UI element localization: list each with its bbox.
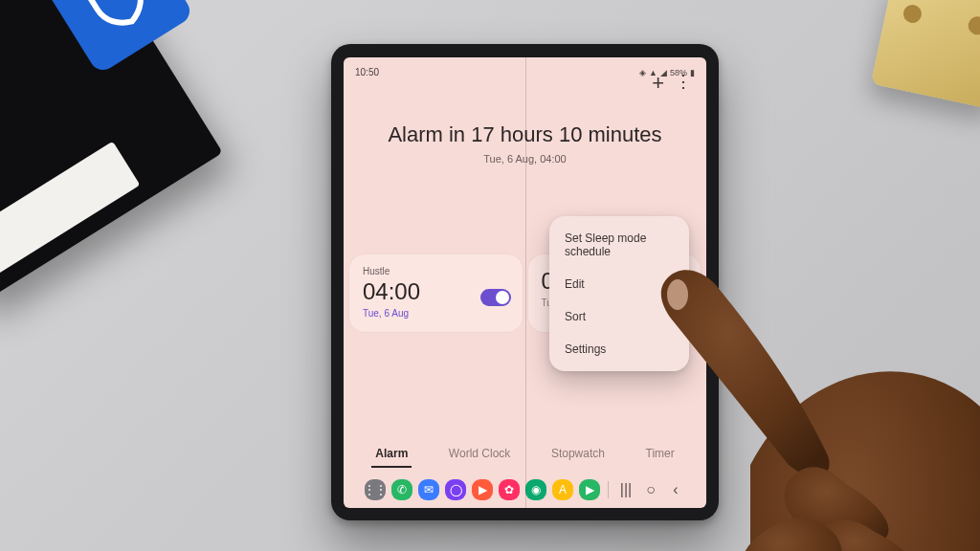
dock-app-icon[interactable]: ◯ [445, 479, 466, 500]
menu-item-settings[interactable]: Settings [549, 333, 689, 365]
status-time: 10:50 [355, 67, 379, 77]
menu-item-edit[interactable]: Edit [549, 268, 689, 300]
tab-timer[interactable]: Timer [642, 441, 679, 468]
wooden-puzzle-prop [871, 0, 980, 109]
alarm-card[interactable]: Hustle 04:00 Tue, 6 Aug [349, 254, 523, 332]
dock-app-icon[interactable]: ▶ [579, 479, 600, 500]
alarm-countdown-subtitle: Tue, 6 Aug, 04:00 [344, 153, 706, 165]
nav-recent-button[interactable]: ||| [616, 480, 635, 499]
menu-item-sort[interactable]: Sort [549, 300, 689, 333]
dock-app-icon[interactable]: ✉ [418, 479, 439, 500]
alarm-name: Hustle [363, 266, 509, 276]
watermark-title: Activate Windows [782, 497, 963, 518]
device-screen: 10:50 ◈ ▲ ◢ 58% ▮ + ⋮ Alarm in 17 hours … [344, 57, 706, 508]
alarm-countdown-title: Alarm in 17 hours 10 minutes [344, 122, 706, 147]
wifi-icon: ◈ [639, 68, 646, 77]
dock-separator [608, 481, 609, 498]
app-dock: ⋮⋮ ✆ ✉ ◯ ▶ ✿ ◉ A ▶ ||| ○ ‹ [344, 479, 706, 500]
alarm-toggle[interactable] [480, 289, 511, 306]
tab-stopwatch[interactable]: Stopwatch [547, 441, 609, 468]
alarm-header: Alarm in 17 hours 10 minutes Tue, 6 Aug,… [344, 122, 706, 165]
dock-app-icon[interactable]: A [552, 479, 573, 500]
tab-alarm[interactable]: Alarm [371, 441, 412, 468]
add-alarm-button[interactable]: + [652, 71, 664, 96]
dock-app-icon[interactable]: ◉ [525, 479, 546, 500]
bottom-tabs: Alarm World Clock Stopwatch Timer [344, 441, 706, 468]
galaxy-fold-device: 10:50 ◈ ▲ ◢ 58% ▮ + ⋮ Alarm in 17 hours … [331, 44, 719, 520]
scene-root: Galaxy Z Fold6 10:50 ◈ ▲ ◢ 58% ▮ + ⋮ Ala… [0, 0, 980, 551]
windows-activation-watermark: Activate Windows Go to Settings to activ… [782, 497, 963, 534]
nav-back-button[interactable]: ‹ [666, 480, 685, 499]
tab-world-clock[interactable]: World Clock [445, 441, 514, 468]
watermark-subtitle: Go to Settings to activate Windows. [782, 518, 963, 534]
dock-app-icon[interactable]: ✆ [391, 479, 412, 500]
more-options-button[interactable]: ⋮ [675, 71, 693, 92]
dock-app-icon[interactable]: ▶ [472, 479, 493, 500]
dock-app-icon[interactable]: ⋮⋮ [365, 479, 386, 500]
dock-app-icon[interactable]: ✿ [499, 479, 520, 500]
overflow-menu-popup: Set Sleep mode schedule Edit Sort Settin… [549, 216, 689, 371]
menu-item-sleep-schedule[interactable]: Set Sleep mode schedule [549, 222, 689, 268]
nav-home-button[interactable]: ○ [641, 480, 660, 499]
channel-logo-icon [947, 523, 975, 551]
alarm-date: Tue, 6 Aug [363, 308, 509, 319]
